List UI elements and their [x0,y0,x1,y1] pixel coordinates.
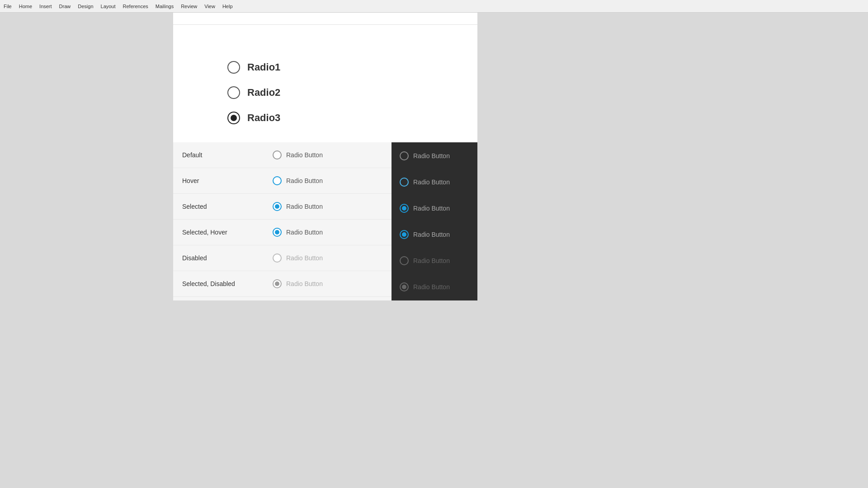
radio-preview-section: Radio1 Radio2 Radio3 [173,25,477,142]
dark-radio-selected: Radio Button [392,196,476,221]
radio-label-3: Radio3 [247,112,280,124]
state-label-selected-hover: Selected, Hover [173,220,264,245]
state-label-selected: Selected [173,194,264,220]
selected-disabled-radio-cell: Radio Button [273,279,382,288]
top-menu-bar: File Home Insert Draw Design Layout Refe… [0,0,868,13]
dark-radio-selected-hover: Radio Button [392,222,476,247]
menu-help[interactable]: Help [222,4,233,9]
table-row-default: Default Radio Button [173,142,392,168]
radio-label-2: Radio2 [247,87,280,99]
dark-radio-selected-disabled: Radio Button [392,274,476,300]
dark-disabled-label: Radio Button [413,257,450,264]
dark-row-selected: Radio Button [392,196,476,221]
dark-default-label: Radio Button [413,152,450,160]
dark-hover-radio-circle[interactable] [400,178,409,187]
dark-row-default: Radio Button [392,143,476,169]
main-panel: Radio1 Radio2 Radio3 [173,25,477,300]
dark-disabled-radio-circle [400,256,409,265]
radio-circle-1[interactable] [227,61,240,74]
dark-hover-label: Radio Button [413,178,450,186]
dark-selected-disabled-label: Radio Button [413,283,450,291]
hover-radio-label: Radio Button [286,177,323,184]
left-sidebar [0,13,173,488]
state-radio-hover: Radio Button [264,168,392,194]
menu-review[interactable]: Review [181,4,197,9]
dark-selected-hover-cell: Radio Button [400,230,469,239]
states-table: Default Radio Button Hover [173,142,392,297]
dark-selected-disabled-cell: Radio Button [400,282,469,291]
dark-panel: Radio Button Radio Button [392,142,477,300]
radio-item-3[interactable]: Radio3 [227,112,450,124]
dark-selected-hover-radio-circle[interactable] [400,230,409,239]
default-radio-cell: Radio Button [273,150,382,160]
table-row-selected-hover: Selected, Hover Radio Button [173,220,392,245]
dark-selected-cell: Radio Button [400,204,469,213]
dark-default-radio-circle[interactable] [400,151,409,160]
dark-selected-hover-label: Radio Button [413,231,450,238]
menu-layout[interactable]: Layout [101,4,116,9]
disabled-radio-circle [273,253,282,263]
state-radio-disabled: Radio Button [264,245,392,271]
dark-disabled-cell: Radio Button [400,256,469,265]
table-row-selected: Selected Radio Button [173,194,392,220]
hover-radio-circle[interactable] [273,176,282,185]
dark-states-table: Radio Button Radio Button [392,142,477,300]
state-radio-selected-disabled: Radio Button [264,271,392,297]
right-sidebar [782,13,868,488]
main-layout: Radio1 Radio2 Radio3 [0,0,868,488]
state-radio-selected-hover: Radio Button [264,220,392,245]
dark-selected-radio-circle[interactable] [400,204,409,213]
state-label-default: Default [173,142,264,168]
top-strip [173,13,477,25]
state-radio-selected: Radio Button [264,194,392,220]
menu-draw[interactable]: Draw [59,4,71,9]
disabled-radio-cell: Radio Button [273,253,382,263]
state-label-hover: Hover [173,168,264,194]
radio-label-1: Radio1 [247,61,280,73]
dark-selected-disabled-radio-circle [400,282,409,291]
menu-view[interactable]: View [204,4,215,9]
state-radio-default: Radio Button [264,142,392,168]
states-light-panel: Default Radio Button Hover [173,142,392,300]
menu-insert[interactable]: Insert [39,4,52,9]
selected-hover-radio-cell: Radio Button [273,228,382,237]
radio-circle-2[interactable] [227,86,240,99]
dark-hover-cell: Radio Button [400,178,469,187]
menu-references[interactable]: References [123,4,148,9]
selected-hover-radio-circle[interactable] [273,228,282,237]
selected-radio-label: Radio Button [286,203,323,210]
hover-radio-cell: Radio Button [273,176,382,185]
menu-mailings[interactable]: Mailings [156,4,174,9]
dark-default-cell: Radio Button [400,151,469,160]
disabled-radio-label: Radio Button [286,254,323,262]
states-row: Default Radio Button Hover [173,142,477,300]
dark-radio-default: Radio Button [392,143,476,169]
radio-circle-3[interactable] [227,112,240,124]
center-content: Radio1 Radio2 Radio3 [173,13,782,488]
state-label-selected-disabled: Selected, Disabled [173,271,264,297]
dark-radio-disabled: Radio Button [392,248,476,273]
table-row-selected-disabled: Selected, Disabled Radio Button [173,271,392,297]
dark-row-hover: Radio Button [392,169,476,195]
state-label-disabled: Disabled [173,245,264,271]
selected-hover-radio-label: Radio Button [286,229,323,236]
default-radio-label: Radio Button [286,151,323,159]
radio-item-1[interactable]: Radio1 [227,61,450,74]
dark-row-selected-hover: Radio Button [392,222,476,247]
selected-radio-cell: Radio Button [273,202,382,211]
dark-selected-label: Radio Button [413,205,450,212]
selected-radio-circle[interactable] [273,202,282,211]
dark-row-selected-disabled: Radio Button [392,274,476,300]
selected-disabled-radio-label: Radio Button [286,280,323,287]
menu-design[interactable]: Design [78,4,93,9]
selected-disabled-radio-circle [273,279,282,288]
dark-radio-hover: Radio Button [392,169,476,195]
dark-row-disabled: Radio Button [392,248,476,273]
table-row-hover: Hover Radio Button [173,168,392,194]
radio-item-2[interactable]: Radio2 [227,86,450,99]
menu-file[interactable]: File [4,4,12,9]
table-row-disabled: Disabled Radio Button [173,245,392,271]
menu-home[interactable]: Home [19,4,32,9]
default-radio-circle[interactable] [273,150,282,160]
